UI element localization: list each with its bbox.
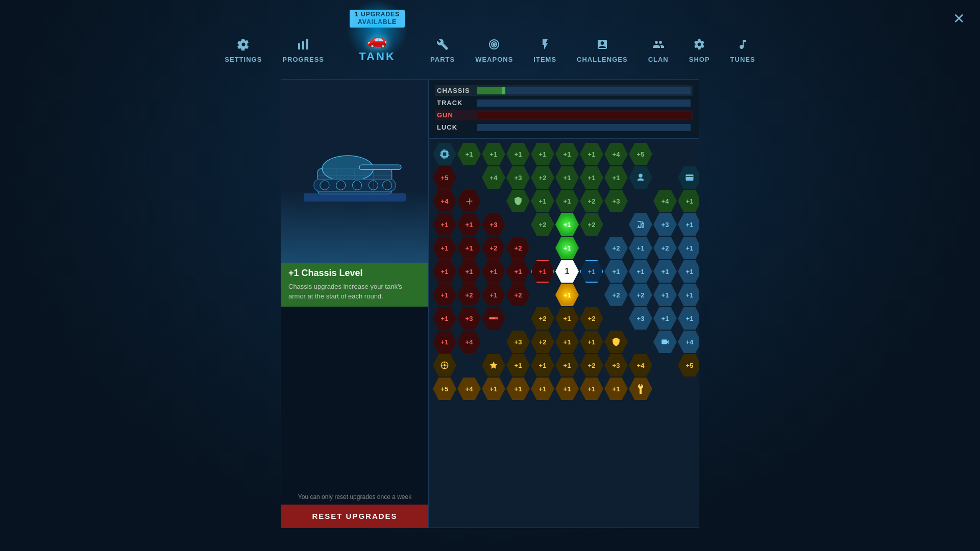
- hex-r10-8[interactable]: +4: [629, 354, 652, 377]
- hex-r8-0[interactable]: +1: [433, 307, 456, 330]
- close-button[interactable]: ✕: [953, 10, 965, 27]
- hex-r2-2[interactable]: +4: [482, 166, 505, 189]
- hex-r4-6[interactable]: +2: [580, 213, 603, 236]
- hex-r4-4[interactable]: +2: [531, 213, 554, 236]
- hex-glowing-1[interactable]: +1: [555, 213, 579, 236]
- hex-r2-6[interactable]: +1: [580, 166, 603, 189]
- hex-r4-10[interactable]: +1: [678, 213, 699, 236]
- nav-parts[interactable]: PARTS: [420, 34, 465, 67]
- hex-r2-4[interactable]: +2: [531, 166, 554, 189]
- hex-r5-10[interactable]: +1: [678, 237, 699, 259]
- hex-r11-1[interactable]: +4: [457, 378, 481, 400]
- hex-glowing-yellow[interactable]: +1: [555, 284, 579, 306]
- hex-r1-7[interactable]: +4: [604, 143, 628, 165]
- hex-r10-4[interactable]: +1: [531, 354, 554, 377]
- hex-r10-10[interactable]: +5: [678, 354, 699, 377]
- hex-r11-4[interactable]: +1: [531, 378, 554, 400]
- hex-r11-2[interactable]: +1: [482, 378, 505, 400]
- nav-challenges[interactable]: CHALLENGES: [567, 34, 638, 67]
- hex-card-icon[interactable]: [678, 166, 699, 189]
- hex-wrench-icon[interactable]: [629, 378, 652, 400]
- hex-r11-0[interactable]: +5: [433, 378, 456, 400]
- hex-blue-special[interactable]: +1: [580, 260, 603, 283]
- nav-settings[interactable]: SETTINGS: [214, 34, 272, 67]
- hex-gear-icon[interactable]: [629, 166, 652, 189]
- hex-r9-10[interactable]: +4: [678, 331, 699, 353]
- hex-r5-1[interactable]: +1: [457, 237, 481, 259]
- hex-r6-9[interactable]: +1: [653, 260, 677, 283]
- hex-red-special[interactable]: +1: [531, 260, 554, 283]
- hex-r4-0[interactable]: +1: [433, 213, 456, 236]
- hex-r3-0[interactable]: +4: [433, 190, 456, 212]
- hex-r2-3[interactable]: +3: [506, 166, 530, 189]
- hex-r4-2[interactable]: +3: [482, 213, 505, 236]
- hex-r8-8[interactable]: +3: [629, 307, 652, 330]
- hex-r4-1[interactable]: +1: [457, 213, 481, 236]
- hex-r5-0[interactable]: +1: [433, 237, 456, 259]
- hex-r10-7[interactable]: +3: [604, 354, 628, 377]
- hex-r1-4[interactable]: +1: [531, 143, 554, 165]
- nav-shop[interactable]: SHOP: [679, 34, 720, 67]
- hex-r11-5[interactable]: +1: [555, 378, 579, 400]
- hex-r1-8[interactable]: +5: [629, 143, 652, 165]
- hex-r10-6[interactable]: +2: [580, 354, 603, 377]
- hex-r9-0[interactable]: +1: [433, 331, 456, 353]
- hex-r8-1[interactable]: +3: [457, 307, 481, 330]
- hex-r10-3[interactable]: +1: [506, 354, 530, 377]
- hex-r11-6[interactable]: +1: [580, 378, 603, 400]
- hex-r7-8[interactable]: +2: [629, 284, 652, 306]
- hex-r9-1[interactable]: +4: [457, 331, 481, 353]
- hex-r2-7[interactable]: +1: [604, 166, 628, 189]
- hex-r5-7[interactable]: +2: [604, 237, 628, 259]
- hex-r8-10[interactable]: +1: [678, 307, 699, 330]
- hex-sword-icon[interactable]: [482, 307, 505, 330]
- hex-shield2-icon[interactable]: [604, 331, 628, 353]
- nav-weapons[interactable]: WEAPONS: [465, 34, 523, 67]
- hex-r11-7[interactable]: +1: [604, 378, 628, 400]
- hex-cpu-icon[interactable]: [433, 143, 456, 165]
- hex-r8-5[interactable]: +1: [555, 307, 579, 330]
- hex-r8-4[interactable]: +2: [531, 307, 554, 330]
- hex-r3-7[interactable]: +3: [604, 190, 628, 212]
- nav-items[interactable]: ITEMS: [523, 34, 567, 67]
- hex-r7-9[interactable]: +1: [653, 284, 677, 306]
- hex-r7-7[interactable]: +2: [604, 284, 628, 306]
- hex-white-center[interactable]: 1: [555, 260, 579, 283]
- hex-target-icon[interactable]: [433, 354, 456, 377]
- hex-r11-3[interactable]: +1: [506, 378, 530, 400]
- hex-r1-2[interactable]: +1: [482, 143, 505, 165]
- hex-r8-9[interactable]: +1: [653, 307, 677, 330]
- hex-r6-0[interactable]: +1: [433, 260, 456, 283]
- hex-r2-0[interactable]: +5: [433, 166, 456, 189]
- hex-r9-4[interactable]: +2: [531, 331, 554, 353]
- hex-r2-5[interactable]: +1: [555, 166, 579, 189]
- hex-r7-0[interactable]: +1: [433, 284, 456, 306]
- hex-fuel-icon[interactable]: [629, 213, 652, 236]
- hex-cam-icon[interactable]: [653, 331, 677, 353]
- hex-r7-3[interactable]: +2: [506, 284, 530, 306]
- hex-r8-6[interactable]: +2: [580, 307, 603, 330]
- hex-r6-10[interactable]: +1: [678, 260, 699, 283]
- hex-r3-6[interactable]: +2: [580, 190, 603, 212]
- nav-tank[interactable]: 1 UPGRADES AVAILABLE 🚗 TANK: [334, 10, 420, 67]
- hex-gun-icon[interactable]: [457, 190, 481, 212]
- nav-tunes[interactable]: TUNES: [720, 34, 766, 67]
- hex-r10-5[interactable]: +1: [555, 354, 579, 377]
- hex-r1-5[interactable]: +1: [555, 143, 579, 165]
- hex-r6-8[interactable]: +1: [629, 260, 652, 283]
- hex-r4-9[interactable]: +3: [653, 213, 677, 236]
- hex-shield-icon[interactable]: [506, 190, 530, 212]
- hex-r1-3[interactable]: +1: [506, 143, 530, 165]
- hex-r6-3[interactable]: +1: [506, 260, 530, 283]
- reset-button[interactable]: RESET UPGRADES: [281, 505, 428, 528]
- hex-r9-6[interactable]: +1: [580, 331, 603, 353]
- hex-r7-1[interactable]: +2: [457, 284, 481, 306]
- hex-r6-1[interactable]: +1: [457, 260, 481, 283]
- hex-r5-3[interactable]: +2: [506, 237, 530, 259]
- hex-r3-9[interactable]: +4: [653, 190, 677, 212]
- hex-r6-2[interactable]: +1: [482, 260, 505, 283]
- hex-r5-2[interactable]: +2: [482, 237, 505, 259]
- hex-star-icon[interactable]: [482, 354, 505, 377]
- hex-r5-8[interactable]: +1: [629, 237, 652, 259]
- hex-r5-9[interactable]: +2: [653, 237, 677, 259]
